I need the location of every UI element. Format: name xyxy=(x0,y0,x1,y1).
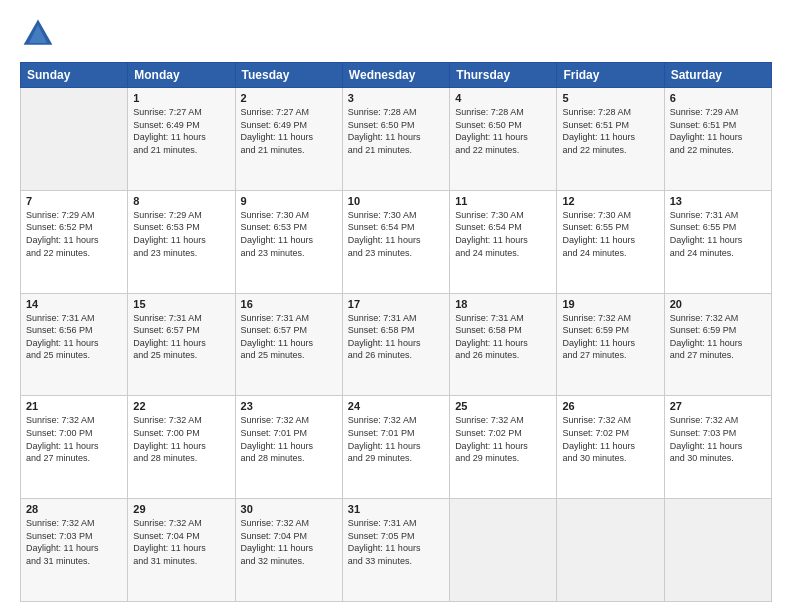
day-number: 31 xyxy=(348,503,444,515)
calendar-cell: 16Sunrise: 7:31 AM Sunset: 6:57 PM Dayli… xyxy=(235,293,342,396)
calendar-cell: 29Sunrise: 7:32 AM Sunset: 7:04 PM Dayli… xyxy=(128,499,235,602)
calendar-cell xyxy=(450,499,557,602)
day-info: Sunrise: 7:32 AM Sunset: 7:03 PM Dayligh… xyxy=(26,517,122,567)
day-number: 21 xyxy=(26,400,122,412)
day-number: 19 xyxy=(562,298,658,310)
day-number: 27 xyxy=(670,400,766,412)
calendar-cell xyxy=(557,499,664,602)
day-header-saturday: Saturday xyxy=(664,63,771,88)
day-number: 3 xyxy=(348,92,444,104)
day-info: Sunrise: 7:32 AM Sunset: 6:59 PM Dayligh… xyxy=(670,312,766,362)
calendar-table: SundayMondayTuesdayWednesdayThursdayFrid… xyxy=(20,62,772,602)
day-header-wednesday: Wednesday xyxy=(342,63,449,88)
day-number: 13 xyxy=(670,195,766,207)
day-number: 7 xyxy=(26,195,122,207)
logo-icon xyxy=(20,16,56,52)
week-row-1: 1Sunrise: 7:27 AM Sunset: 6:49 PM Daylig… xyxy=(21,88,772,191)
day-info: Sunrise: 7:31 AM Sunset: 6:57 PM Dayligh… xyxy=(133,312,229,362)
day-info: Sunrise: 7:32 AM Sunset: 7:04 PM Dayligh… xyxy=(241,517,337,567)
calendar-cell: 3Sunrise: 7:28 AM Sunset: 6:50 PM Daylig… xyxy=(342,88,449,191)
day-number: 24 xyxy=(348,400,444,412)
week-row-3: 14Sunrise: 7:31 AM Sunset: 6:56 PM Dayli… xyxy=(21,293,772,396)
calendar-cell: 11Sunrise: 7:30 AM Sunset: 6:54 PM Dayli… xyxy=(450,190,557,293)
day-info: Sunrise: 7:30 AM Sunset: 6:54 PM Dayligh… xyxy=(348,209,444,259)
calendar-cell: 19Sunrise: 7:32 AM Sunset: 6:59 PM Dayli… xyxy=(557,293,664,396)
day-info: Sunrise: 7:32 AM Sunset: 6:59 PM Dayligh… xyxy=(562,312,658,362)
calendar-cell: 28Sunrise: 7:32 AM Sunset: 7:03 PM Dayli… xyxy=(21,499,128,602)
day-number: 1 xyxy=(133,92,229,104)
calendar-cell: 26Sunrise: 7:32 AM Sunset: 7:02 PM Dayli… xyxy=(557,396,664,499)
calendar-cell: 22Sunrise: 7:32 AM Sunset: 7:00 PM Dayli… xyxy=(128,396,235,499)
day-number: 8 xyxy=(133,195,229,207)
calendar-cell: 12Sunrise: 7:30 AM Sunset: 6:55 PM Dayli… xyxy=(557,190,664,293)
calendar-cell: 4Sunrise: 7:28 AM Sunset: 6:50 PM Daylig… xyxy=(450,88,557,191)
calendar-cell: 5Sunrise: 7:28 AM Sunset: 6:51 PM Daylig… xyxy=(557,88,664,191)
day-info: Sunrise: 7:31 AM Sunset: 6:57 PM Dayligh… xyxy=(241,312,337,362)
calendar-cell: 25Sunrise: 7:32 AM Sunset: 7:02 PM Dayli… xyxy=(450,396,557,499)
day-info: Sunrise: 7:28 AM Sunset: 6:50 PM Dayligh… xyxy=(455,106,551,156)
day-number: 14 xyxy=(26,298,122,310)
calendar-cell: 9Sunrise: 7:30 AM Sunset: 6:53 PM Daylig… xyxy=(235,190,342,293)
calendar-cell: 8Sunrise: 7:29 AM Sunset: 6:53 PM Daylig… xyxy=(128,190,235,293)
day-number: 18 xyxy=(455,298,551,310)
calendar-cell: 21Sunrise: 7:32 AM Sunset: 7:00 PM Dayli… xyxy=(21,396,128,499)
day-header-monday: Monday xyxy=(128,63,235,88)
day-header-friday: Friday xyxy=(557,63,664,88)
day-number: 2 xyxy=(241,92,337,104)
day-number: 6 xyxy=(670,92,766,104)
calendar-cell: 17Sunrise: 7:31 AM Sunset: 6:58 PM Dayli… xyxy=(342,293,449,396)
day-number: 10 xyxy=(348,195,444,207)
day-info: Sunrise: 7:29 AM Sunset: 6:53 PM Dayligh… xyxy=(133,209,229,259)
calendar-header-row: SundayMondayTuesdayWednesdayThursdayFrid… xyxy=(21,63,772,88)
day-number: 17 xyxy=(348,298,444,310)
day-number: 9 xyxy=(241,195,337,207)
day-number: 28 xyxy=(26,503,122,515)
calendar-cell: 31Sunrise: 7:31 AM Sunset: 7:05 PM Dayli… xyxy=(342,499,449,602)
week-row-4: 21Sunrise: 7:32 AM Sunset: 7:00 PM Dayli… xyxy=(21,396,772,499)
logo xyxy=(20,16,60,52)
day-info: Sunrise: 7:29 AM Sunset: 6:51 PM Dayligh… xyxy=(670,106,766,156)
calendar-cell: 14Sunrise: 7:31 AM Sunset: 6:56 PM Dayli… xyxy=(21,293,128,396)
day-number: 15 xyxy=(133,298,229,310)
day-info: Sunrise: 7:30 AM Sunset: 6:54 PM Dayligh… xyxy=(455,209,551,259)
day-number: 23 xyxy=(241,400,337,412)
day-number: 11 xyxy=(455,195,551,207)
calendar-cell: 20Sunrise: 7:32 AM Sunset: 6:59 PM Dayli… xyxy=(664,293,771,396)
day-info: Sunrise: 7:32 AM Sunset: 7:02 PM Dayligh… xyxy=(562,414,658,464)
day-info: Sunrise: 7:28 AM Sunset: 6:51 PM Dayligh… xyxy=(562,106,658,156)
day-info: Sunrise: 7:32 AM Sunset: 7:00 PM Dayligh… xyxy=(133,414,229,464)
day-number: 16 xyxy=(241,298,337,310)
day-number: 20 xyxy=(670,298,766,310)
day-number: 12 xyxy=(562,195,658,207)
day-info: Sunrise: 7:32 AM Sunset: 7:04 PM Dayligh… xyxy=(133,517,229,567)
day-number: 22 xyxy=(133,400,229,412)
calendar-cell: 18Sunrise: 7:31 AM Sunset: 6:58 PM Dayli… xyxy=(450,293,557,396)
day-number: 26 xyxy=(562,400,658,412)
day-info: Sunrise: 7:28 AM Sunset: 6:50 PM Dayligh… xyxy=(348,106,444,156)
calendar-cell: 13Sunrise: 7:31 AM Sunset: 6:55 PM Dayli… xyxy=(664,190,771,293)
calendar-cell: 15Sunrise: 7:31 AM Sunset: 6:57 PM Dayli… xyxy=(128,293,235,396)
day-number: 4 xyxy=(455,92,551,104)
header xyxy=(20,16,772,52)
calendar-cell: 1Sunrise: 7:27 AM Sunset: 6:49 PM Daylig… xyxy=(128,88,235,191)
week-row-5: 28Sunrise: 7:32 AM Sunset: 7:03 PM Dayli… xyxy=(21,499,772,602)
day-info: Sunrise: 7:31 AM Sunset: 6:58 PM Dayligh… xyxy=(455,312,551,362)
day-info: Sunrise: 7:31 AM Sunset: 6:56 PM Dayligh… xyxy=(26,312,122,362)
day-info: Sunrise: 7:32 AM Sunset: 7:03 PM Dayligh… xyxy=(670,414,766,464)
week-row-2: 7Sunrise: 7:29 AM Sunset: 6:52 PM Daylig… xyxy=(21,190,772,293)
day-info: Sunrise: 7:29 AM Sunset: 6:52 PM Dayligh… xyxy=(26,209,122,259)
day-info: Sunrise: 7:27 AM Sunset: 6:49 PM Dayligh… xyxy=(241,106,337,156)
calendar-cell: 24Sunrise: 7:32 AM Sunset: 7:01 PM Dayli… xyxy=(342,396,449,499)
day-number: 5 xyxy=(562,92,658,104)
calendar-cell: 23Sunrise: 7:32 AM Sunset: 7:01 PM Dayli… xyxy=(235,396,342,499)
calendar-cell: 30Sunrise: 7:32 AM Sunset: 7:04 PM Dayli… xyxy=(235,499,342,602)
day-number: 29 xyxy=(133,503,229,515)
calendar-cell: 2Sunrise: 7:27 AM Sunset: 6:49 PM Daylig… xyxy=(235,88,342,191)
calendar-cell: 10Sunrise: 7:30 AM Sunset: 6:54 PM Dayli… xyxy=(342,190,449,293)
day-number: 30 xyxy=(241,503,337,515)
day-header-tuesday: Tuesday xyxy=(235,63,342,88)
day-info: Sunrise: 7:32 AM Sunset: 7:02 PM Dayligh… xyxy=(455,414,551,464)
calendar-body: 1Sunrise: 7:27 AM Sunset: 6:49 PM Daylig… xyxy=(21,88,772,602)
calendar-cell xyxy=(664,499,771,602)
calendar-cell: 6Sunrise: 7:29 AM Sunset: 6:51 PM Daylig… xyxy=(664,88,771,191)
